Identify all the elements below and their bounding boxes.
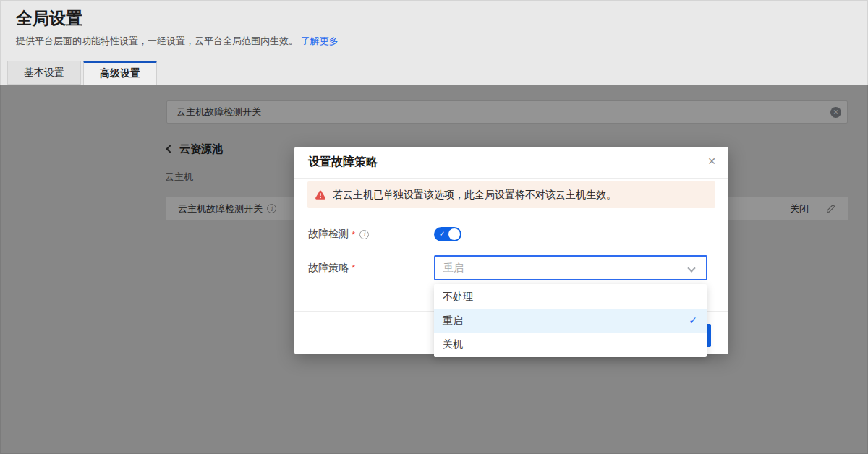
field-label: 故障策略	[308, 262, 349, 275]
learn-more-link[interactable]: 了解更多	[301, 35, 339, 46]
page-subtitle-text: 提供平台层面的功能特性设置，一经设置，云平台全局范围内生效。	[16, 35, 298, 46]
page-subtitle: 提供平台层面的功能特性设置，一经设置，云平台全局范围内生效。 了解更多	[16, 35, 339, 48]
field-label-wrap: 故障检测 * i	[308, 228, 434, 241]
tab-advanced-settings[interactable]: 高级设置	[83, 61, 157, 85]
tab-basic-settings[interactable]: 基本设置	[7, 61, 81, 85]
dropdown-option-restart[interactable]: 重启 ✓	[434, 309, 707, 333]
dropdown-option-no-action[interactable]: 不处理	[434, 285, 707, 309]
chevron-down-icon	[687, 264, 695, 272]
toggle-knob	[448, 228, 460, 240]
dialog-header: 设置故障策略	[294, 147, 728, 179]
dialog-title: 设置故障策略	[308, 155, 378, 170]
page-title: 全局设置	[16, 7, 82, 30]
check-icon: ✓	[689, 309, 697, 333]
tab-label: 高级设置	[100, 67, 140, 80]
info-icon[interactable]: i	[359, 230, 369, 239]
failure-detection-toggle[interactable]: ✓	[434, 227, 461, 241]
field-failure-policy: 故障策略 * 重启	[308, 255, 715, 280]
settings-tabs: 基本设置 高级设置	[7, 61, 157, 85]
tab-label: 基本设置	[24, 67, 64, 80]
close-icon[interactable]: ✕	[707, 156, 716, 166]
select-value: 重启	[443, 262, 464, 275]
field-failure-detection: 故障检测 * i ✓	[308, 225, 715, 244]
field-label: 故障检测	[308, 228, 349, 241]
failure-policy-select[interactable]: 重启	[434, 255, 707, 280]
required-asterisk: *	[352, 229, 355, 240]
required-asterisk: *	[352, 262, 355, 273]
failure-policy-dropdown: 不处理 重启 ✓ 关机	[434, 284, 707, 357]
global-settings-page: 全局设置 提供平台层面的功能特性设置，一经设置，云平台全局范围内生效。 了解更多…	[0, 0, 868, 454]
warning-banner: 若云主机已单独设置该选项，此全局设置将不对该云主机生效。	[307, 181, 715, 208]
toggle-check-icon: ✓	[439, 229, 445, 239]
warning-triangle-icon	[315, 190, 326, 200]
field-label-wrap: 故障策略 *	[308, 262, 434, 275]
dropdown-option-shutdown[interactable]: 关机	[434, 333, 707, 356]
warning-text: 若云主机已单独设置该选项，此全局设置将不对该云主机生效。	[333, 189, 616, 202]
